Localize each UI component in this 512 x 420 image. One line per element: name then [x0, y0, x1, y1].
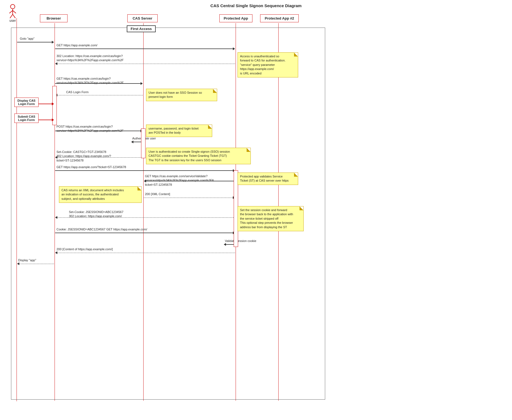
- side-label-submit-cas: Submit CAS Login Form: [14, 114, 39, 123]
- arrow-label-display-app: Display "app": [18, 259, 36, 262]
- note-credentials: username, password, and login ticket are…: [146, 125, 212, 137]
- note-cas-xml: CAS returns an XML document which includ…: [59, 186, 142, 203]
- actor-user-label: user: [9, 19, 16, 23]
- lifeline-cas: CAS Server: [127, 14, 158, 22]
- arrow-label-cookie-get: Cookie: JSESSIONID=ABC1234567 GET https:…: [56, 228, 147, 231]
- side-label-display-cas: Display CAS Login Form: [14, 98, 39, 107]
- lifeline-app: Protected App: [219, 14, 252, 22]
- note-validate-st: Protected app validates Service Ticket (…: [238, 173, 298, 185]
- actor-user: user: [8, 4, 18, 23]
- arrow-goto-app: [17, 41, 54, 44]
- arrow-label-cas-login-form: CAS Login Form: [66, 90, 88, 94]
- diagram-title: CAS Central Single Signon Sequence Diagr…: [0, 1, 512, 10]
- note-session-cookie: Set the session cookie and forward the b…: [238, 206, 304, 231]
- activation-cas-post: [141, 128, 145, 158]
- svg-line-5: [13, 14, 15, 18]
- arrow-label-get-app: GET https://app.example.com/: [56, 44, 97, 47]
- arrow-side-label-display: [39, 103, 54, 105]
- arrow-label-xml: 200 [XML Content]: [145, 192, 170, 196]
- note-sso-created: User is authenticated so create Single-s…: [146, 148, 251, 164]
- arrow-display-app: [17, 262, 54, 265]
- note-unauthenticated: Access is unauthenticated so forward to …: [238, 52, 298, 77]
- frame-label-first-access: First Access: [127, 25, 156, 32]
- lifeline-browser: Browser: [40, 14, 68, 22]
- arrow-label-get-cas-login: GET https://cas.example.com/cas/login?se…: [56, 77, 123, 85]
- arrow-label-get-ticket: GET https://app.example.com/?ticket=ST-1…: [56, 165, 126, 169]
- arrow-302-redirect: [55, 62, 235, 65]
- lifeline-app2: Protected App #2: [260, 14, 299, 22]
- arrow-label-post-cas: POST https://cas.example.com/cas/login?s…: [56, 125, 123, 133]
- arrow-get-ticket: [55, 169, 235, 172]
- arrow-cas-login-form: [55, 94, 143, 96]
- note-no-sso: User does not have an SSO Session so pre…: [146, 89, 217, 101]
- arrow-side-label-submit: [39, 119, 54, 121]
- arrow-get-app: [55, 47, 235, 50]
- arrow-cookie-get: [55, 231, 235, 234]
- svg-line-3: [13, 10, 16, 13]
- arrow-label-200-content: 200 [Content of https://app.example.com/…: [56, 247, 113, 251]
- arrow-label-goto-app: Goto "app": [20, 37, 34, 40]
- arrow-label-jsessionid: Set-Cookie: JSESSIONID=ABC1234567302 Loc…: [69, 210, 123, 219]
- arrow-label-302: 302 Location: https://cas.example.com/ca…: [56, 54, 123, 63]
- arrow-label-set-cookie: Set-Cookie: CASTGC=TGT-2345678302 Locati…: [56, 150, 111, 163]
- svg-point-0: [10, 4, 15, 9]
- svg-line-2: [9, 10, 13, 13]
- svg-line-4: [10, 14, 13, 18]
- arrow-label-validate-cookie: Validate session cookie: [225, 239, 256, 243]
- arrow-xml-content: [144, 196, 235, 199]
- arrow-200-content: [55, 251, 235, 254]
- diagram-container: CAS Central Single Signon Sequence Diagr…: [0, 0, 512, 420]
- arrow-label-service-validate: GET https://cas.example.com/serviceValid…: [145, 174, 214, 187]
